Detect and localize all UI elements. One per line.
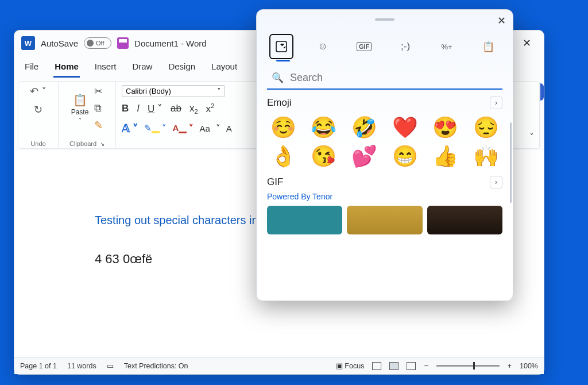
underline-button[interactable]: U ˅ xyxy=(148,103,163,115)
gif-expand-button[interactable]: › xyxy=(490,176,502,188)
zoom-in-button[interactable]: + xyxy=(508,362,512,370)
gif-section: GIF › Powered By Tenor xyxy=(257,169,513,206)
gif-icon: GIF xyxy=(357,42,372,51)
italic-button[interactable]: I xyxy=(137,103,140,114)
emoji-section: Emoji › ☺️ 😂 🤣 ❤️ 😍 😔 👌 😘 💕 😁 👍 🙌 xyxy=(257,90,513,169)
emoji-item[interactable]: ☺️ xyxy=(267,117,300,138)
cut-button[interactable]: ✂ xyxy=(94,85,103,98)
word-close-button[interactable]: ✕ xyxy=(517,34,537,52)
picker-tab-clipboard[interactable]: 📋 xyxy=(476,34,500,59)
read-mode-button[interactable] xyxy=(372,362,381,370)
copy-button[interactable]: ⧉ xyxy=(94,102,103,114)
strike-button[interactable]: ab xyxy=(171,103,181,114)
status-page[interactable]: Page 1 of 1 xyxy=(20,362,57,370)
superscript-button[interactable]: x2 xyxy=(206,102,215,115)
print-layout-button[interactable] xyxy=(389,362,399,370)
web-layout-button[interactable] xyxy=(407,362,416,370)
group-clipboard: 📋 Paste ˅ ✂ ⧉ ✎ Clipboard ↘ xyxy=(59,82,116,148)
zoom-slider[interactable] xyxy=(436,365,500,367)
emoji-item[interactable]: 🤣 xyxy=(348,117,381,138)
gif-thumb[interactable] xyxy=(347,206,422,234)
zoom-handle-icon xyxy=(473,362,475,369)
emoji-picker: ✕ ❤ ☺ GIF ;-) %+ 📋 🔍 Emoji › ☺️ 😂 🤣 ❤️ 😍… xyxy=(256,9,513,301)
emoji-item[interactable]: 😍 xyxy=(430,117,462,138)
format-painter-button[interactable]: ✎ xyxy=(94,119,103,132)
bold-button[interactable]: B xyxy=(122,103,129,114)
emoji-item[interactable]: 👍 xyxy=(430,146,462,167)
emoji-grid: ☺️ 😂 🤣 ❤️ 😍 😔 👌 😘 💕 😁 👍 🙌 xyxy=(267,109,502,169)
clear-formatting-button[interactable]: A xyxy=(226,124,232,133)
statusbar: Page 1 of 1 11 words ▭ Text Predictions:… xyxy=(14,357,544,374)
tab-draw[interactable]: Draw xyxy=(131,59,153,78)
emoji-expand-button[interactable]: › xyxy=(490,97,502,109)
symbols-icon: %+ xyxy=(441,43,452,51)
kaomoji-icon: ;-) xyxy=(401,41,410,52)
save-icon[interactable] xyxy=(117,37,129,49)
focus-mode-button[interactable]: ▣ Focus xyxy=(336,361,365,370)
paste-label: Paste xyxy=(71,108,89,116)
change-case-button[interactable]: Aa xyxy=(199,124,210,133)
document-title: Document1 - Word xyxy=(134,38,207,48)
emoji-item[interactable]: 👌 xyxy=(267,146,300,167)
gif-row xyxy=(257,206,513,234)
autosave-label: AutoSave xyxy=(41,38,78,48)
tab-insert[interactable]: Insert xyxy=(94,59,118,78)
picker-tab-symbols[interactable]: %+ xyxy=(435,34,459,59)
doc-line-2: 4 63 0œfë xyxy=(95,252,152,267)
tab-design[interactable]: Design xyxy=(167,59,196,78)
picker-drag-region[interactable]: ✕ xyxy=(257,10,513,29)
search-icon: 🔍 xyxy=(272,72,284,84)
gif-thumb[interactable] xyxy=(267,206,342,234)
picker-close-button[interactable]: ✕ xyxy=(497,14,506,27)
spellcheck-icon[interactable]: ▭ xyxy=(107,361,114,370)
picker-tab-kaomoji[interactable]: ;-) xyxy=(393,34,417,59)
highlight-button[interactable]: ✎ ˅ xyxy=(144,123,167,133)
autosave-state: Off xyxy=(96,40,104,47)
doc-line-1: Testing out special characters in xyxy=(95,214,258,227)
svg-text:❤: ❤ xyxy=(280,43,284,48)
redo-button[interactable]: ↻ xyxy=(34,103,42,116)
picker-tabs: ❤ ☺ GIF ;-) %+ 📋 xyxy=(257,29,513,63)
picker-search: 🔍 xyxy=(267,67,502,90)
group-undo-label: Undo xyxy=(30,139,45,147)
picker-scrollbar[interactable] xyxy=(510,122,512,203)
word-logo-icon: W xyxy=(21,36,35,50)
emoji-item[interactable]: 💕 xyxy=(348,146,381,167)
clipboard-launcher-icon[interactable]: ↘ xyxy=(100,141,105,147)
emoji-item[interactable]: 🙌 xyxy=(470,146,502,167)
undo-button[interactable]: ↶ ˅ xyxy=(30,85,47,98)
gif-thumb[interactable] xyxy=(427,206,502,234)
emoji-item[interactable]: ❤️ xyxy=(389,117,421,138)
text-effects-button[interactable]: 𝔸 ˅ xyxy=(122,122,138,135)
tab-file[interactable]: File xyxy=(24,59,40,78)
emoji-item[interactable]: 😘 xyxy=(308,146,341,167)
group-undo: ↶ ˅ ↻ Undo xyxy=(18,82,59,148)
group-clipboard-label: Clipboard xyxy=(69,140,96,147)
paste-button[interactable]: 📋 Paste ˅ xyxy=(71,93,89,124)
ribbon-collapse-button[interactable]: ˅ xyxy=(529,132,534,143)
status-wordcount[interactable]: 11 words xyxy=(67,362,96,370)
picker-search-input[interactable] xyxy=(267,67,502,90)
toggle-knob-icon xyxy=(87,40,94,47)
zoom-out-button[interactable]: − xyxy=(424,362,428,370)
drag-handle-icon xyxy=(375,18,394,21)
emoji-section-title: Emoji xyxy=(267,97,292,109)
emoji-item[interactable]: 😁 xyxy=(389,146,421,167)
autosave-toggle[interactable]: Off xyxy=(84,37,111,49)
tenor-attribution: Powered By Tenor xyxy=(267,188,502,206)
emoji-item[interactable]: 😂 xyxy=(308,117,341,138)
status-predictions[interactable]: Text Predictions: On xyxy=(124,362,188,370)
picker-tab-gif[interactable]: GIF xyxy=(352,34,376,59)
emoji-item[interactable]: 😔 xyxy=(470,117,502,138)
picker-tab-emoji[interactable]: ☺ xyxy=(311,34,335,59)
clipboard-icon: 📋 xyxy=(73,93,87,107)
zoom-percent[interactable]: 100% xyxy=(520,362,538,370)
subscript-button[interactable]: x2 xyxy=(189,103,198,115)
picker-tab-recent[interactable]: ❤ xyxy=(269,34,293,59)
tab-home[interactable]: Home xyxy=(53,59,80,78)
font-name-combo[interactable]: Calibri (Body) ˅ xyxy=(122,85,225,97)
clipboard-history-icon: 📋 xyxy=(482,41,494,53)
font-color-button[interactable]: A ˅ xyxy=(172,123,194,133)
tab-layout[interactable]: Layout xyxy=(210,59,238,78)
gif-section-title: GIF xyxy=(267,176,283,188)
